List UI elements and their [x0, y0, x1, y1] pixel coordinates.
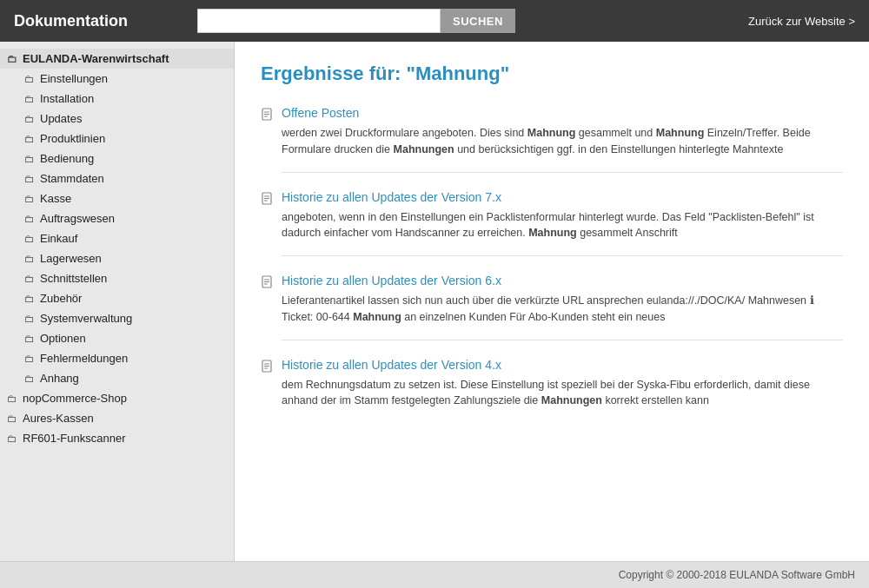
document-icon: [261, 360, 275, 373]
folder-icon: 🗀: [24, 293, 35, 305]
folder-icon: 🗀: [24, 253, 35, 265]
sidebar-item-updates[interactable]: 🗀Updates: [0, 109, 234, 129]
folder-icon: 🗀: [7, 433, 17, 445]
app-title: Dokumentation: [14, 12, 128, 30]
sidebar-item-label: Einstellungen: [40, 72, 108, 85]
sidebar-item-optionen[interactable]: 🗀Optionen: [0, 328, 234, 348]
sidebar-item-label: Systemverwaltung: [40, 312, 132, 325]
sidebar-item-label: Anhang: [40, 372, 79, 385]
result-item-header: Offene Posten: [261, 106, 843, 122]
search-button[interactable]: SUCHEN: [441, 9, 515, 33]
result-item-header: Historie zu allen Updates der Version 7.…: [261, 190, 843, 206]
result-text: Lieferantenartikel lassen sich nun auch …: [282, 293, 843, 326]
sidebar-item-label: Einkauf: [40, 232, 77, 245]
result-item: Historie zu allen Updates der Version 6.…: [261, 274, 843, 340]
back-to-website-link[interactable]: Zurück zur Website >: [748, 15, 855, 28]
sidebar-item-bedienung[interactable]: 🗀Bedienung: [0, 149, 234, 168]
bold-term: Mahnung: [528, 227, 577, 239]
folder-icon: 🗀: [24, 133, 35, 145]
folder-icon: 🗀: [7, 413, 17, 425]
folder-icon: 🗀: [24, 193, 35, 205]
result-item: Historie zu allen Updates der Version 4.…: [261, 358, 843, 410]
bold-term: Mahnungen: [541, 394, 602, 406]
bold-term: Mahnungen: [394, 143, 454, 155]
result-divider: [282, 172, 843, 173]
sidebar-item-zubehor[interactable]: 🗀Zubehör: [0, 288, 234, 308]
folder-icon: 🗀: [24, 93, 35, 105]
search-bar: SUCHEN: [197, 9, 545, 33]
sidebar-item-einkauf[interactable]: 🗀Einkauf: [0, 228, 234, 248]
sidebar-item-label: Optionen: [40, 332, 86, 345]
result-title[interactable]: Historie zu allen Updates der Version 6.…: [282, 274, 501, 287]
results-container: Offene Postenwerden zwei Druckformulare …: [261, 106, 843, 409]
sidebar: 🗀EULANDA-Warenwirtschaft🗀Einstellungen🗀I…: [0, 42, 235, 561]
sidebar-item-label: Aures-Kassen: [23, 412, 94, 425]
folder-icon: 🗀: [24, 73, 35, 85]
sidebar-item-label: Zubehör: [40, 292, 82, 305]
result-text: werden zwei Druckformulare angeboten. Di…: [282, 125, 843, 158]
result-item: Offene Postenwerden zwei Druckformulare …: [261, 106, 843, 173]
sidebar-item-label: Installation: [40, 92, 94, 105]
sidebar-item-label: nopCommerce-Shop: [23, 392, 127, 405]
footer: Copyright © 2000-2018 EULANDA Software G…: [0, 561, 869, 588]
result-item: Historie zu allen Updates der Version 7.…: [261, 190, 843, 257]
folder-icon: 🗀: [24, 353, 35, 365]
sidebar-item-lagerwesen[interactable]: 🗀Lagerwesen: [0, 248, 234, 268]
sidebar-item-schnittstellen[interactable]: 🗀Schnittstellen: [0, 268, 234, 288]
result-item-header: Historie zu allen Updates der Version 6.…: [261, 274, 843, 289]
document-icon: [261, 192, 275, 206]
folder-icon: 🗀: [24, 373, 35, 385]
sidebar-item-aures[interactable]: 🗀Aures-Kassen: [0, 408, 234, 428]
sidebar-item-eulanda[interactable]: 🗀EULANDA-Warenwirtschaft: [0, 49, 234, 69]
folder-icon: 🗀: [24, 313, 35, 325]
results-title: Ergebnisse für: "Mahnung": [261, 63, 843, 85]
sidebar-item-systemverwaltung[interactable]: 🗀Systemverwaltung: [0, 308, 234, 328]
sidebar-item-label: Fehlermeldungen: [40, 352, 128, 365]
result-title[interactable]: Offene Posten: [282, 106, 359, 120]
sidebar-item-produktlinien[interactable]: 🗀Produktlinien: [0, 129, 234, 149]
result-title[interactable]: Historie zu allen Updates der Version 7.…: [282, 190, 501, 204]
sidebar-item-kasse[interactable]: 🗀Kasse: [0, 188, 234, 208]
sidebar-item-anhang[interactable]: 🗀Anhang: [0, 368, 234, 388]
search-input[interactable]: [197, 9, 441, 33]
sidebar-item-label: Bedienung: [40, 152, 94, 165]
folder-icon: 🗀: [7, 53, 17, 65]
document-icon: [261, 108, 275, 122]
folder-icon: 🗀: [24, 153, 35, 165]
sidebar-item-label: Auftragswesen: [40, 212, 115, 225]
result-divider: [282, 340, 843, 340]
sidebar-item-label: EULANDA-Warenwirtschaft: [23, 52, 169, 65]
footer-text: Copyright © 2000-2018 EULANDA Software G…: [619, 569, 855, 581]
sidebar-item-stammdaten[interactable]: 🗀Stammdaten: [0, 168, 234, 188]
sidebar-item-fehlermeldungen[interactable]: 🗀Fehlermeldungen: [0, 348, 234, 368]
result-text: dem Rechnungsdatum zu setzen ist. Diese …: [282, 377, 843, 410]
result-text: angeboten, wenn in den Einstellungen ein…: [282, 209, 843, 242]
sidebar-item-label: Stammdaten: [40, 172, 104, 185]
result-divider: [282, 255, 843, 256]
sidebar-item-label: RF601-Funkscanner: [23, 432, 126, 445]
sidebar-item-label: Schnittstellen: [40, 272, 107, 285]
sidebar-item-label: Updates: [40, 112, 82, 125]
sidebar-item-auftragswesen[interactable]: 🗀Auftragswesen: [0, 208, 234, 228]
folder-icon: 🗀: [24, 113, 35, 125]
sidebar-item-einstellungen[interactable]: 🗀Einstellungen: [0, 69, 234, 89]
sidebar-item-nopcommerce[interactable]: 🗀nopCommerce-Shop: [0, 388, 234, 408]
folder-icon: 🗀: [24, 213, 35, 225]
folder-icon: 🗀: [24, 333, 35, 345]
result-title[interactable]: Historie zu allen Updates der Version 4.…: [282, 358, 501, 372]
sidebar-item-installation[interactable]: 🗀Installation: [0, 89, 234, 109]
header: Dokumentation SUCHEN Zurück zur Website …: [0, 0, 869, 42]
result-item-header: Historie zu allen Updates der Version 4.…: [261, 358, 843, 373]
bold-term: Mahnung: [353, 311, 401, 323]
folder-icon: 🗀: [7, 393, 17, 405]
bold-term: Mahnung: [527, 127, 576, 139]
sidebar-item-label: Produktlinien: [40, 132, 105, 145]
sidebar-item-label: Lagerwesen: [40, 252, 102, 265]
folder-icon: 🗀: [24, 273, 35, 285]
sidebar-item-label: Kasse: [40, 192, 71, 205]
folder-icon: 🗀: [24, 233, 35, 245]
sidebar-item-rf601[interactable]: 🗀RF601-Funkscanner: [0, 428, 234, 448]
main-layout: 🗀EULANDA-Warenwirtschaft🗀Einstellungen🗀I…: [0, 42, 869, 561]
document-icon: [261, 275, 275, 289]
folder-icon: 🗀: [24, 173, 35, 185]
